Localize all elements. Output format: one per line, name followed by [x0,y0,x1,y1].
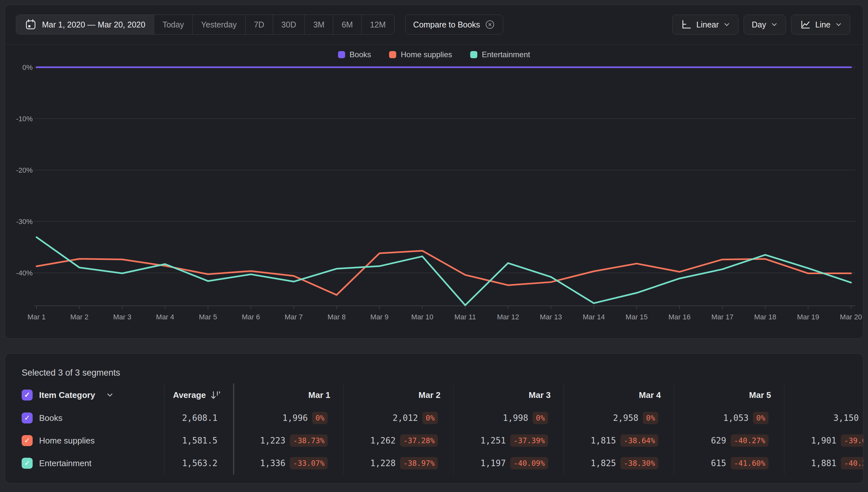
cell-value: 1,998 [503,413,528,423]
percent-change-badge: -40.09% [510,457,548,469]
scale-label: Linear [696,20,719,29]
compare-button[interactable]: Compare to Books [405,15,503,34]
preset-button-today[interactable]: Today [154,15,193,34]
x-axis-label: Mar 2 [71,313,88,321]
x-axis-label: Mar 12 [497,313,519,321]
cell-value: 1,228 [371,459,395,468]
row-checkbox-home-supplies[interactable]: ✓ [22,435,33,446]
average-header-label: Average [173,390,206,400]
cell-value: 3,150 [834,413,859,423]
average-value: 1,563.2 [164,452,233,474]
percent-change-badge: -38.64% [620,435,658,447]
segments-table: ✓Item CategoryAverageMar 1Mar 2Mar 3Mar … [5,384,864,474]
y-axis-label: -20% [16,166,33,174]
value-cell: 2,9580% [564,407,674,429]
percent-change-badge: -38.97% [400,457,438,469]
value-cell: 2,0120% [343,407,453,429]
cell-value: 1,901 [811,436,836,445]
x-axis-label: Mar 16 [669,313,691,321]
table-row-category-books: ✓Books [5,407,164,429]
cell-value: 1,336 [260,459,285,468]
y-axis-label: -10% [16,115,33,123]
item-category-header[interactable]: ✓Item Category [5,384,164,407]
date-column-header: Mar 5 [674,384,784,407]
x-axis-label: Mar 11 [454,313,476,321]
x-axis-label: Mar 4 [156,313,174,321]
value-cell: 1,0530% [674,407,784,429]
value-cell: 1,336-33.07% [233,452,343,474]
cell-value: 629 [711,436,726,445]
preset-button-yesterday[interactable]: Yesterday [192,15,245,34]
sort-descending-icon [210,390,220,400]
value-cell: 1,251-37.39% [453,429,564,452]
value-cell: 1,223-38.73% [233,429,343,452]
x-axis-label: Mar 15 [626,313,647,321]
preset-button-6m[interactable]: 6M [333,15,361,34]
date-column-header: Mar 2 [343,384,453,407]
value-cell: 1,228-38.97% [343,452,453,474]
x-axis-label: Mar 7 [285,313,303,321]
date-column-header [784,384,864,407]
chevron-down-icon[interactable] [106,391,114,399]
value-cell: 1,197-40.09% [453,452,564,474]
value-cell: 1,881-40.29% [784,452,864,474]
value-cell: 1,815-38.64% [564,429,674,452]
percent-change-badge: -37.28% [400,435,438,447]
table-row-category-entertainment: ✓Entertainment [5,452,164,474]
percent-change-badge: 0% [312,412,328,424]
granularity-select[interactable]: Day [744,15,786,34]
value-cell: 1,9960% [233,407,343,429]
percent-change-badge: 0% [533,412,548,424]
analytics-report-page: Mar 1, 2020 — Mar 20, 2020 TodayYesterda… [0,0,868,492]
calendar-icon [25,19,37,31]
cell-value: 1,996 [282,413,308,423]
row-checkbox-entertainment[interactable]: ✓ [22,458,33,469]
table-row-category-home-supplies: ✓Home supplies [5,429,164,452]
cell-value: 1,197 [481,459,506,468]
percent-change-badge: 0% [753,412,768,424]
cell-value: 1,251 [481,436,506,445]
line-chart-icon [799,19,811,30]
cell-value: 1,223 [260,436,285,445]
segments-table-panel: Selected 3 of 3 segments ✓Item CategoryA… [4,353,864,484]
chart-type-label: Line [815,20,831,29]
preset-button-30d[interactable]: 30D [273,15,305,34]
preset-button-3m[interactable]: 3M [304,15,333,34]
y-axis-label: -40% [16,269,33,277]
x-axis-label: Mar 5 [199,313,217,321]
preset-button-7d[interactable]: 7D [245,15,273,34]
chart-toolbar: Mar 1, 2020 — Mar 20, 2020 TodayYesterda… [5,5,863,45]
x-circle-icon[interactable] [485,19,495,30]
cell-value: 1,825 [591,459,616,468]
x-axis-label: Mar 6 [242,313,260,321]
compare-label: Compare to Books [413,20,480,29]
y-axis-label: -30% [16,218,33,226]
average-value: 1,581.5 [164,429,233,452]
average-header[interactable]: Average [164,384,233,407]
preset-button-12m[interactable]: 12M [361,15,394,34]
row-label: Home supplies [39,436,95,446]
date-range-button[interactable]: Mar 1, 2020 — Mar 20, 2020 [16,15,154,34]
percent-change-badge: 0% [423,412,438,424]
cell-value: 1,881 [811,459,836,468]
value-cell: 615-41.60% [674,452,784,474]
linear-axis-icon [680,19,692,30]
chevron-down-icon [835,21,842,28]
percent-change-badge: -33.07% [290,457,328,469]
select-all-checkbox[interactable]: ✓ [22,390,33,400]
x-axis-label: Mar 19 [797,313,819,321]
series-line-entertainment[interactable] [36,237,851,305]
row-checkbox-books[interactable]: ✓ [22,413,33,423]
percent-change-badge: 0% [643,412,658,424]
value-cell: 1,262-37.28% [343,429,453,452]
percent-change-badge: -40.27% [731,435,768,447]
cell-value: 2,012 [393,413,418,423]
cell-value: 1,262 [371,436,395,445]
value-cell: 1,825-38.30% [564,452,674,474]
x-axis-label: Mar 18 [754,313,776,321]
chart-type-select[interactable]: Line [791,15,850,34]
granularity-label: Day [752,20,766,29]
scale-select[interactable]: Linear [672,15,739,34]
date-range-label: Mar 1, 2020 — Mar 20, 2020 [42,20,146,29]
percent-change-badge: -37.39% [510,435,548,447]
